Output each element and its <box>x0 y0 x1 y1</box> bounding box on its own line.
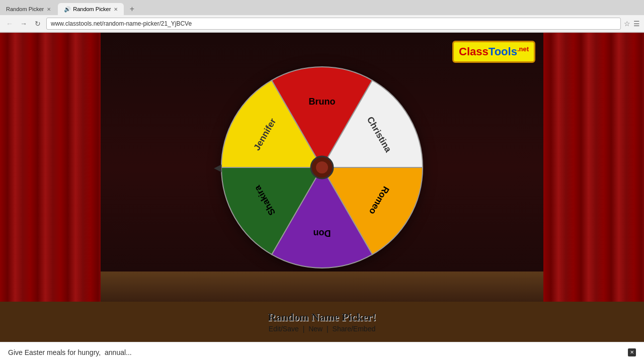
sep2: | <box>327 325 331 333</box>
star-icon[interactable]: ☆ <box>624 20 630 28</box>
edit-save-link[interactable]: Edit/Save <box>269 325 299 333</box>
ad-text-extra: annual... <box>105 348 132 356</box>
refresh-button[interactable]: ↻ <box>32 18 43 29</box>
curtain-right <box>543 33 644 302</box>
curtain-left <box>0 33 101 302</box>
ad-text: Give Easter meals for hungry, annual... <box>8 348 132 356</box>
app-title: Random Name Picker! <box>268 311 376 324</box>
bottom-bar: Random Name Picker! Edit/Save | New | Sh… <box>0 302 644 342</box>
new-link[interactable]: New <box>308 325 323 333</box>
svg-text:Bruno: Bruno <box>309 96 336 106</box>
address-bar[interactable] <box>46 18 621 30</box>
logo-net: .net <box>517 45 529 53</box>
app-links: Edit/Save | New | Share/Embed <box>269 325 375 333</box>
nav-bar: ← → ↻ ☆ ☰ <box>0 15 644 32</box>
svg-point-7 <box>316 161 328 173</box>
browser-chrome: Random Picker ✕ 🔊 Random Picker ✕ + ← → … <box>0 0 644 33</box>
tab-2[interactable]: 🔊 Random Picker ✕ <box>58 3 124 15</box>
ad-banner: Give Easter meals for hungry, annual... … <box>0 342 644 362</box>
forward-button[interactable]: → <box>18 18 29 29</box>
tab-2-icon: 🔊 <box>64 6 71 13</box>
spinner-wheel[interactable]: JenniferBrunoChristinaRomeoDonShakira <box>211 57 433 278</box>
stage-center: ClassTools.net ◀ JenniferBrunoChristinaR… <box>101 33 543 302</box>
ad-close-button[interactable]: ✕ <box>628 348 636 356</box>
tab-bar: Random Picker ✕ 🔊 Random Picker ✕ + <box>0 0 644 15</box>
logo-tools2: ools <box>495 45 517 58</box>
tab-1-close[interactable]: ✕ <box>47 7 51 12</box>
svg-text:Don: Don <box>313 228 331 238</box>
ad-text-main: Give Easter meals for hungry, <box>8 348 101 356</box>
spinner-arrow: ◀ <box>214 161 221 173</box>
tab-1[interactable]: Random Picker ✕ <box>0 3 57 15</box>
wheel-container[interactable]: JenniferBrunoChristinaRomeoDonShakira <box>101 33 543 302</box>
classtools-logo[interactable]: ClassTools.net <box>452 41 535 63</box>
logo-class: Class <box>459 45 489 58</box>
tab-2-label: Random Picker <box>73 6 111 12</box>
logo-tools: T <box>489 45 495 58</box>
stage: ClassTools.net ◀ JenniferBrunoChristinaR… <box>0 33 644 302</box>
tab-1-label: Random Picker <box>6 6 44 12</box>
share-embed-link[interactable]: Share/Embed <box>333 325 376 333</box>
new-tab-button[interactable]: + <box>125 3 139 15</box>
back-button[interactable]: ← <box>4 18 15 29</box>
nav-icons: ☆ ☰ <box>624 20 640 28</box>
sep1: | <box>303 325 307 333</box>
tab-2-close[interactable]: ✕ <box>114 7 118 12</box>
menu-icon[interactable]: ☰ <box>633 20 640 28</box>
